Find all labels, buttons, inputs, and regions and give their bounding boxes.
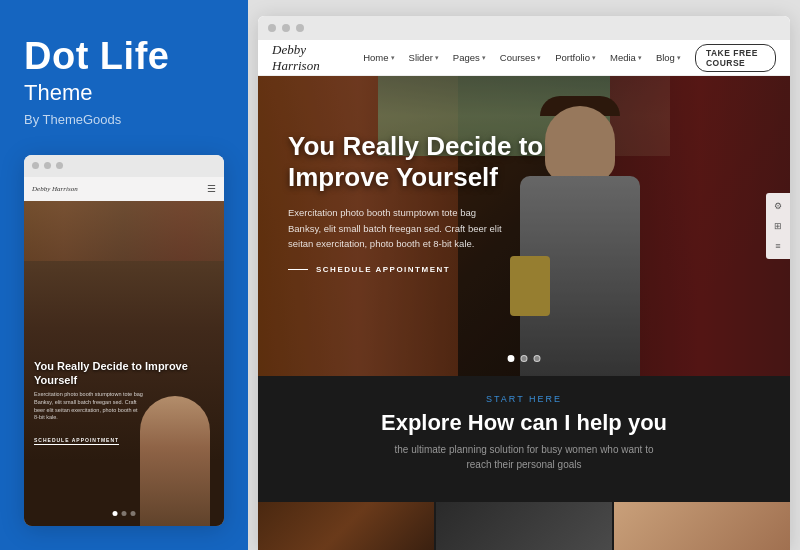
- theme-author: By ThemeGoods: [24, 112, 224, 127]
- mini-hamburger-icon: ☰: [207, 183, 216, 194]
- pages-arrow-icon: ▾: [482, 54, 486, 62]
- main-section: START HERE Explore How can I help you th…: [258, 376, 790, 550]
- nav-item-slider[interactable]: Slider ▾: [409, 52, 439, 63]
- sidebar-list-icon[interactable]: ≡: [771, 239, 785, 253]
- mini-hero-title: You Really Decide to Improve Yourself: [34, 360, 224, 388]
- media-arrow-icon: ▾: [638, 54, 642, 62]
- hero-sidebar-icons: ⚙ ⊞ ≡: [766, 193, 790, 259]
- hero-content: You Really Decide to Improve Yourself Ex…: [288, 131, 588, 274]
- hero-dot-3[interactable]: [534, 355, 541, 362]
- mini-hero-desc: Exercitation photo booth stumptown tote …: [34, 391, 144, 422]
- sidebar-grid-icon[interactable]: ⊞: [771, 219, 785, 233]
- nav-item-courses[interactable]: Courses ▾: [500, 52, 541, 63]
- slider-arrow-icon: ▾: [435, 54, 439, 62]
- blog-arrow-icon: ▾: [677, 54, 681, 62]
- theme-title: Dot Life: [24, 36, 224, 78]
- hero-cta[interactable]: SCHEDULE APPOINTMENT: [288, 265, 588, 274]
- mini-slide-dots: [113, 511, 136, 516]
- mini-logo: Debby Harrison: [32, 185, 78, 193]
- main-nav-logo: Debby Harrison: [272, 42, 325, 74]
- hero-slide-dots: [508, 355, 541, 362]
- main-browser-bar: [258, 16, 790, 40]
- theme-subtitle: Theme: [24, 80, 224, 106]
- mini-dot-1: [32, 162, 39, 169]
- mini-browser-mockup: Debby Harrison ☰ You Really Decide to Im…: [24, 155, 224, 526]
- main-dot-3: [296, 24, 304, 32]
- main-browser-content: Debby Harrison Home ▾ Slider ▾ Pages ▾ C…: [258, 40, 790, 550]
- mini-hero-text: You Really Decide to Improve Yourself Ex…: [34, 360, 224, 446]
- nav-item-pages[interactable]: Pages ▾: [453, 52, 486, 63]
- mini-dot-slide-1[interactable]: [113, 511, 118, 516]
- section-title: Explore How can I help you: [381, 410, 667, 436]
- hero-dot-1[interactable]: [508, 355, 515, 362]
- right-panel: Debby Harrison Home ▾ Slider ▾ Pages ▾ C…: [248, 0, 800, 550]
- nav-item-home[interactable]: Home ▾: [363, 52, 394, 63]
- section-label: START HERE: [486, 394, 562, 404]
- mini-cta-button[interactable]: SCHEDULE APPOINTMENT: [34, 437, 119, 445]
- mini-nav: Debby Harrison ☰: [24, 177, 224, 201]
- bottom-img-3: [614, 502, 790, 550]
- sidebar-settings-icon[interactable]: ⚙: [771, 199, 785, 213]
- main-nav: Debby Harrison Home ▾ Slider ▾ Pages ▾ C…: [258, 40, 790, 76]
- nav-item-media[interactable]: Media ▾: [610, 52, 642, 63]
- take-free-course-button[interactable]: TAKE FREE COURSE: [695, 44, 776, 72]
- main-hero: You Really Decide to Improve Yourself Ex…: [258, 76, 790, 376]
- hero-description: Exercitation photo booth stumptown tote …: [288, 205, 508, 251]
- home-arrow-icon: ▾: [391, 54, 395, 62]
- mini-dot-2: [44, 162, 51, 169]
- hero-cta-line: [288, 269, 308, 270]
- nav-item-portfolio[interactable]: Portfolio ▾: [555, 52, 596, 63]
- mini-dot-slide-3[interactable]: [131, 511, 136, 516]
- mini-dot-slide-2[interactable]: [122, 511, 127, 516]
- portfolio-arrow-icon: ▾: [592, 54, 596, 62]
- hero-title: You Really Decide to Improve Yourself: [288, 131, 588, 193]
- hero-cta-text: SCHEDULE APPOINTMENT: [316, 265, 450, 274]
- section-description: the ultimate planning solution for busy …: [384, 442, 664, 472]
- bottom-images: [258, 502, 790, 550]
- main-dot-1: [268, 24, 276, 32]
- mini-browser-bar: [24, 155, 224, 177]
- courses-arrow-icon: ▾: [537, 54, 541, 62]
- nav-item-blog[interactable]: Blog ▾: [656, 52, 681, 63]
- mini-dot-3: [56, 162, 63, 169]
- mini-browser-content: Debby Harrison ☰ You Really Decide to Im…: [24, 177, 224, 526]
- hero-dot-2[interactable]: [521, 355, 528, 362]
- main-dot-2: [282, 24, 290, 32]
- left-panel: Dot Life Theme By ThemeGoods Debby Harri…: [0, 0, 248, 550]
- bottom-img-1: [258, 502, 434, 550]
- main-browser: Debby Harrison Home ▾ Slider ▾ Pages ▾ C…: [258, 16, 790, 550]
- bottom-img-2: [436, 502, 612, 550]
